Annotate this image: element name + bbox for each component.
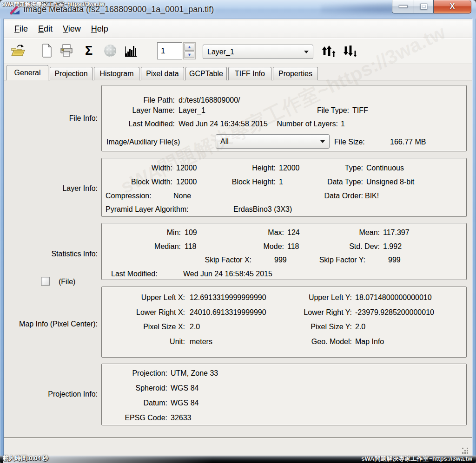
- menu-help[interactable]: Help: [86, 24, 113, 34]
- pixel-size-y-value: 2.0: [355, 323, 365, 331]
- disabled-sphere-icon: [104, 45, 116, 57]
- max-value: 124: [287, 228, 300, 237]
- mean-value: 117.397: [383, 228, 410, 237]
- section-label-layer-info: Layer Info:: [4, 184, 98, 193]
- sort-ascending-button[interactable]: [321, 44, 337, 59]
- projection-label: Projection:: [107, 369, 167, 378]
- tab-pixel-data[interactable]: Pixel data: [141, 67, 184, 80]
- std-dev-value: 1.992: [383, 242, 402, 251]
- layer-name-label: Layer Name:: [107, 106, 175, 115]
- sigma-statistics-icon: Σ: [85, 45, 93, 57]
- histogram-button[interactable]: [123, 43, 139, 59]
- file-path-value: d:/test/168809000/: [178, 96, 240, 104]
- menu-edit[interactable]: Edit: [33, 24, 58, 34]
- lower-right-x-label: Lower Right X:: [112, 308, 185, 317]
- datum-label: Datum:: [107, 399, 167, 407]
- open-file-icon: [11, 44, 26, 58]
- disabled-tool-button: [102, 43, 118, 59]
- datum-value: WGS 84: [171, 399, 198, 407]
- menu-file[interactable]: File: [9, 24, 33, 34]
- section-label-statistics-info: Statistics Info:: [4, 250, 98, 258]
- sort-descending-button[interactable]: [342, 44, 358, 59]
- stats-last-modified-label: Last Modified:: [111, 270, 158, 278]
- band-spinner-input[interactable]: 1: [157, 42, 182, 59]
- close-button[interactable]: X: [434, 0, 471, 13]
- band-spinner: 1 ▲ ▼: [157, 42, 196, 59]
- data-order-label: Data Order:: [298, 192, 363, 200]
- pixel-size-y-label: Pixel Size Y:: [275, 323, 352, 331]
- std-dev-label: Std. Dev:: [307, 242, 380, 251]
- layer-select-combo-value: Layer_1: [207, 48, 234, 56]
- band-spinner-buttons: ▲ ▼: [183, 42, 196, 59]
- min-label: Min:: [112, 228, 181, 237]
- skip-factor-x-label: Skip Factor X:: [182, 256, 251, 264]
- file-size-value: 166.77 MB: [390, 138, 426, 146]
- tab-histogram[interactable]: Histogram: [94, 67, 139, 80]
- map-info-groupbox: Upper Left X: 12.6913319999999990 Upper …: [101, 287, 467, 358]
- mode-label: Mode:: [214, 242, 284, 251]
- skip-factor-y-label: Skip Factor Y:: [296, 256, 365, 264]
- tab-general[interactable]: General: [7, 65, 48, 80]
- median-label: Median:: [112, 242, 181, 251]
- tab-gcptable[interactable]: GCPTable: [185, 67, 227, 80]
- print-button[interactable]: [59, 43, 74, 59]
- statistics-button[interactable]: Σ: [81, 43, 97, 59]
- epsg-code-label: EPSG Code:: [107, 414, 167, 422]
- layer-select-combo[interactable]: Layer_1: [203, 45, 313, 59]
- tab-bar: General Projection Histogram Pixel data …: [7, 65, 318, 80]
- new-file-button[interactable]: [39, 43, 55, 59]
- status-bar: [4, 437, 472, 456]
- tab-properties[interactable]: Properties: [273, 67, 318, 80]
- tab-tiff-info[interactable]: TIFF Info: [228, 67, 271, 80]
- projection-value: UTM, Zone 33: [171, 369, 218, 378]
- epsg-code-value: 32633: [171, 414, 192, 422]
- geo-model-value: Map Info: [355, 338, 384, 346]
- minimize-button[interactable]: [392, 0, 414, 13]
- type-value: Continuous: [366, 164, 404, 172]
- upper-left-x-value: 12.6913319999999990: [190, 293, 266, 302]
- pyramid-algorithm-value: ErdasBino3 (3X3): [233, 205, 292, 214]
- upper-left-y-label: Upper Left Y:: [275, 293, 352, 302]
- compression-value: None: [173, 192, 191, 200]
- screen: Image Metadata (fs2_168809000_1a_0001_pa…: [0, 0, 476, 463]
- section-label-file-info: File Info:: [4, 114, 98, 123]
- sort-ascending-icon: [321, 45, 336, 58]
- open-file-button[interactable]: [10, 43, 26, 59]
- spinner-down-button[interactable]: ▼: [185, 52, 194, 59]
- menu-view[interactable]: View: [58, 24, 86, 34]
- min-value: 109: [185, 228, 197, 237]
- block-height-label: Block Height:: [215, 178, 276, 186]
- lower-right-y-value: -23979.9285200000010: [355, 308, 434, 317]
- tab-projection[interactable]: Projection: [50, 67, 93, 80]
- spheroid-label: Spheroid:: [107, 384, 167, 392]
- menu-bar: File Edit View Help: [4, 20, 472, 38]
- projection-info-groupbox: Projection: UTM, Zone 33 Spheroid: WGS 8…: [101, 364, 467, 425]
- statistics-info-groupbox: Min: 109 Max: 124 Mean: 117.397 Median: …: [101, 223, 467, 280]
- watermark-top: sWA問題解決專家工作室~https://3wa.tw: [2, 0, 104, 8]
- skip-factor-x-value: 999: [274, 256, 287, 264]
- dropdown-arrow-icon: [304, 51, 309, 53]
- height-label: Height:: [215, 164, 276, 172]
- spinner-up-icon: ▲: [187, 45, 192, 49]
- skip-factor-y-value: 999: [388, 256, 401, 264]
- window-frame-right: [472, 19, 476, 456]
- data-type-label: Data Type:: [298, 178, 363, 186]
- spinner-up-button[interactable]: ▲: [185, 44, 194, 51]
- section-label-projection-info: Projection Info:: [4, 390, 98, 398]
- file-path-label: File Path:: [107, 96, 175, 104]
- restore-button[interactable]: [414, 0, 434, 13]
- unit-value: meters: [190, 338, 212, 346]
- pyramid-algorithm-label: Pyramid Layer Algorithm:: [106, 205, 189, 214]
- file-statistics-checkbox[interactable]: [41, 277, 50, 286]
- data-order-value: BIK!: [365, 192, 379, 200]
- resize-grip[interactable]: [462, 448, 469, 455]
- spinner-down-icon: ▼: [187, 52, 192, 57]
- file-type-value: TIFF: [352, 106, 368, 115]
- upper-left-y-value: 18.0714800000000010: [355, 293, 432, 302]
- max-label: Max:: [214, 228, 284, 237]
- new-file-icon: [41, 44, 53, 58]
- block-width-value: 12000: [176, 178, 197, 186]
- file-size-label: File Size:: [334, 138, 365, 146]
- histogram-icon: [124, 44, 138, 58]
- height-value: 12000: [279, 164, 300, 172]
